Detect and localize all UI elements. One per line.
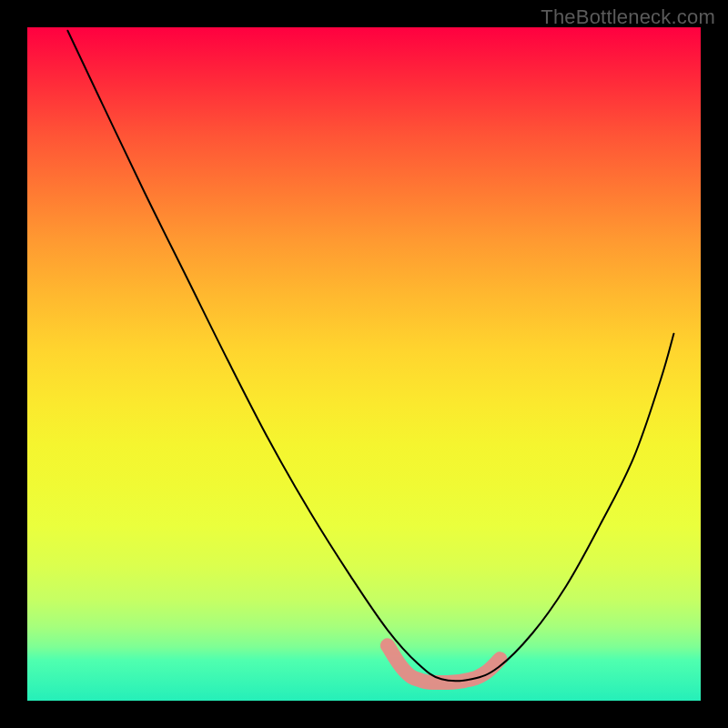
curve-svg	[27, 27, 701, 701]
chart-stage: TheBottleneck.com	[0, 0, 728, 728]
watermark-text: TheBottleneck.com	[541, 5, 715, 29]
gradient-plot-area	[27, 27, 701, 701]
main-curve-path	[67, 31, 673, 682]
